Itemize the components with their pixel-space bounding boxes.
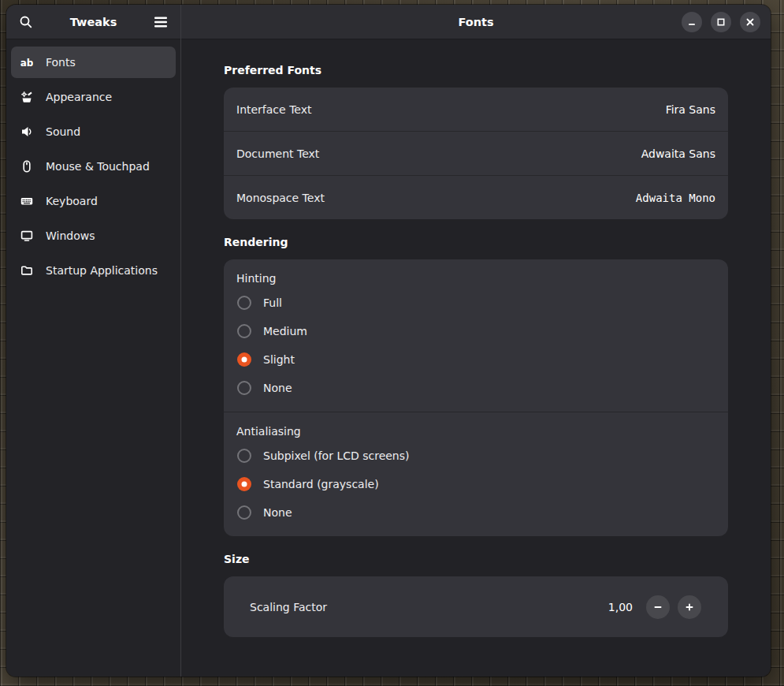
- sidebar-item-startup-applications[interactable]: Startup Applications: [11, 255, 176, 286]
- sidebar-item-label: Startup Applications: [46, 264, 158, 277]
- scaling-factor-label: Scaling Factor: [250, 601, 608, 613]
- hinting-label: Hinting: [235, 272, 717, 285]
- antialiasing-group: Antialiasing Subpixel (for LCD screens) …: [224, 412, 728, 536]
- sidebar-nav: ab Fonts Appearance: [6, 39, 180, 293]
- folder-icon: [20, 264, 33, 277]
- antialiasing-option-none[interactable]: None: [235, 498, 717, 527]
- antialiasing-option-subpixel[interactable]: Subpixel (for LCD screens): [235, 442, 717, 470]
- option-label: None: [263, 382, 292, 394]
- option-label: Medium: [263, 325, 307, 337]
- monitor-icon: [20, 229, 33, 242]
- interface-font-value: Fira Sans: [666, 103, 715, 116]
- option-label: None: [263, 506, 292, 519]
- interface-text-row[interactable]: Interface Text Fira Sans: [224, 88, 728, 131]
- option-label: Standard (grayscale): [263, 478, 379, 490]
- sidebar-item-windows[interactable]: Windows: [11, 220, 176, 252]
- hinting-option-full[interactable]: Full: [235, 289, 717, 317]
- size-card: Scaling Factor 1,00: [224, 576, 728, 637]
- rendering-heading: Rendering: [224, 236, 728, 248]
- hinting-option-none[interactable]: None: [235, 374, 717, 402]
- radio-checked-icon[interactable]: [237, 352, 251, 367]
- scaling-factor-value: 1,00: [608, 601, 633, 613]
- fonts-page: Preferred Fonts Interface Text Fira Sans…: [181, 39, 771, 677]
- hamburger-menu-icon: [154, 17, 168, 28]
- sidebar-item-sound[interactable]: Sound: [11, 116, 176, 147]
- sidebar-item-label: Appearance: [46, 91, 112, 103]
- hinting-option-slight[interactable]: Slight: [235, 345, 717, 374]
- mouse-icon: [20, 160, 33, 173]
- radio-unchecked-icon[interactable]: [237, 381, 251, 395]
- row-label: Document Text: [236, 147, 319, 160]
- search-button[interactable]: [16, 12, 36, 32]
- sidebar-headerbar: Tweaks: [6, 5, 180, 39]
- main-pane: Fonts: [181, 5, 771, 677]
- rendering-card: Hinting Full Medium Slight: [224, 259, 728, 536]
- hinting-group: Hinting Full Medium Slight: [224, 259, 728, 412]
- hinting-option-medium[interactable]: Medium: [235, 317, 717, 345]
- preferred-fonts-card: Interface Text Fira Sans Document Text A…: [224, 88, 728, 219]
- monospace-text-row[interactable]: Monospace Text Adwaita Mono: [224, 176, 728, 219]
- sidebar-item-fonts[interactable]: ab Fonts: [11, 47, 176, 78]
- option-label: Subpixel (for LCD screens): [263, 449, 410, 462]
- decrease-button[interactable]: [646, 595, 670, 619]
- sidebar-item-label: Windows: [46, 229, 95, 242]
- size-heading: Size: [224, 553, 728, 565]
- antialiasing-label: Antialiasing: [235, 425, 717, 438]
- radio-unchecked-icon[interactable]: [237, 449, 251, 463]
- sidebar-item-label: Sound: [46, 125, 80, 138]
- minimize-button[interactable]: [682, 12, 702, 32]
- sidebar-item-appearance[interactable]: Appearance: [11, 81, 176, 113]
- document-font-value: Adwaita Sans: [641, 147, 715, 160]
- antialiasing-option-standard[interactable]: Standard (grayscale): [235, 470, 717, 498]
- primary-menu-button[interactable]: [150, 12, 171, 32]
- close-icon: [746, 18, 754, 26]
- radio-unchecked-icon[interactable]: [237, 505, 251, 520]
- document-text-row[interactable]: Document Text Adwaita Sans: [224, 132, 728, 175]
- desktop: { "colors": { "accent": "#e95420", "head…: [0, 0, 784, 686]
- preferred-fonts-heading: Preferred Fonts: [224, 64, 728, 76]
- sidebar-item-label: Fonts: [46, 56, 76, 69]
- window-controls: [682, 5, 760, 39]
- sidebar-item-label: Mouse & Touchpad: [46, 160, 150, 173]
- row-label: Interface Text: [236, 103, 311, 116]
- sidebar-item-keyboard[interactable]: Keyboard: [11, 185, 176, 217]
- increase-button[interactable]: [678, 595, 701, 619]
- fonts-ab-icon: ab: [20, 56, 33, 69]
- plus-icon: [685, 602, 694, 612]
- maximize-icon: [717, 18, 725, 26]
- minimize-icon: [688, 18, 696, 26]
- main-headerbar: Fonts: [181, 5, 771, 39]
- option-label: Slight: [263, 353, 295, 366]
- keyboard-icon: [20, 195, 33, 207]
- sidebar-item-label: Keyboard: [46, 195, 98, 207]
- sidebar-item-mouse-touchpad[interactable]: Mouse & Touchpad: [11, 151, 176, 182]
- scaling-factor-stepper: [646, 595, 701, 619]
- sidebar: Tweaks ab Fonts: [6, 5, 181, 677]
- radio-unchecked-icon[interactable]: [237, 324, 251, 338]
- search-icon: [19, 15, 33, 29]
- speaker-icon: [20, 125, 33, 138]
- close-button[interactable]: [740, 12, 760, 32]
- svg-text:ab: ab: [20, 58, 33, 69]
- monospace-font-value: Adwaita Mono: [636, 192, 715, 204]
- radio-checked-icon[interactable]: [237, 477, 251, 491]
- row-label: Monospace Text: [236, 192, 325, 204]
- tweaks-window: Tweaks ab Fonts: [6, 5, 771, 677]
- scaling-factor-row: Scaling Factor 1,00: [224, 576, 728, 637]
- appearance-tools-icon: [20, 91, 33, 103]
- app-title: Tweaks: [70, 16, 117, 28]
- radio-unchecked-icon[interactable]: [237, 296, 251, 310]
- minus-icon: [653, 602, 663, 612]
- maximize-button[interactable]: [711, 12, 731, 32]
- option-label: Full: [263, 296, 282, 309]
